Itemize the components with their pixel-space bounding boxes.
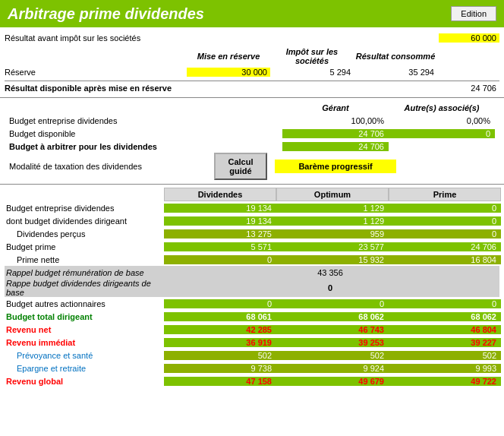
dividendes-percus-prime: 0	[389, 229, 501, 239]
revenu-immediat-opt: 39 253	[276, 338, 389, 347]
budget-dirigeant-opt: 1 129	[276, 216, 389, 226]
calcul-guide-button[interactable]: Calculguidé	[214, 153, 267, 180]
budget-arbitrer-gerant: 24 706	[282, 142, 389, 151]
row-budget-entreprise: Budget entreprise dividendes 19 134 1 12…	[5, 201, 499, 214]
budget-dispo-row: Budget disponible 24 706 0	[9, 127, 495, 140]
col-gerant: Gérant	[282, 103, 389, 112]
dividends-section: Dividendes Optimum Prime Budget entrepri…	[0, 186, 504, 389]
fraction-row: Budget entreprise dividendes 100,00% 0,0…	[9, 114, 495, 127]
fraction-label: Budget entreprise dividendes	[9, 116, 282, 125]
fraction-gerant: 100,00%	[282, 116, 389, 125]
autres-actionnaires-label: Budget autres actionnaires	[5, 299, 164, 308]
revenu-global-prime: 49 722	[389, 377, 501, 386]
row-revenu-net: Revenu net 42 285 46 743 46 804	[5, 323, 499, 336]
budget-dirigeant-label: dont budget dividendes dirigeant	[5, 216, 164, 226]
dividendes-percus-div: 13 275	[164, 229, 276, 239]
row-budget-dirigeant: dont budget dividendes dirigeant 19 134 …	[5, 214, 499, 227]
revenu-global-label: Revenu global	[5, 377, 164, 386]
row-rappe-dividendes: Rappe budget dividendes dirigeants de ba…	[5, 279, 499, 297]
epargne-prime: 9 993	[389, 364, 501, 373]
revenu-immediat-div: 36 919	[164, 338, 276, 347]
bareme-value: Barème progressif	[275, 160, 396, 173]
budget-dispo-gerant: 24 706	[282, 129, 389, 138]
budget-total-prime: 68 062	[389, 312, 501, 321]
row-prevoyance: Prévoyance et santé 502 502 502	[5, 349, 499, 362]
prevoyance-prime: 502	[389, 351, 501, 360]
edition-button[interactable]: Edition	[451, 6, 496, 21]
resultat-value: 60 000	[439, 33, 499, 43]
col-mise-en-reserve: Mise en réserve	[187, 52, 270, 61]
budget-total-opt: 68 062	[276, 312, 389, 321]
revenu-net-opt: 46 743	[276, 325, 389, 334]
row-dividendes-percus: Dividendes perçus 13 275 959 0	[5, 227, 499, 240]
rappel-remuneration-label: Rappel budget rémunération de base	[5, 268, 164, 277]
budget-dirigeant-div: 19 134	[164, 216, 276, 226]
row-budget-total: Budget total dirigeant 68 061 68 062 68 …	[5, 310, 499, 323]
prime-nette-div: 0	[164, 255, 276, 264]
row-prime-nette: Prime nette 0 15 932 16 804	[5, 253, 499, 266]
row-revenu-global: Revenu global 47 158 49 679 49 722	[5, 374, 499, 387]
rappel-remuneration-opt: 43 356	[276, 268, 389, 277]
prime-nette-opt: 15 932	[276, 255, 389, 264]
col-impot: Impôt sur les sociétés	[270, 47, 354, 65]
reserve-row: Réserve 30 000 5 294 35 294	[5, 65, 499, 79]
budget-dispo-associes: 0	[389, 129, 495, 138]
resultat-row: Résultat avant impôt sur les sociétés 60…	[5, 30, 499, 46]
prime-nette-prime: 16 804	[389, 255, 501, 264]
row-budget-prime: Budget prime 5 571 23 577 24 706	[5, 240, 499, 253]
reserve-label: Réserve	[5, 68, 187, 77]
budget-prime-label: Budget prime	[5, 242, 164, 251]
col-dividendes: Dividendes	[164, 188, 276, 201]
col-resultat-consomme: Résultat consommé	[354, 52, 437, 61]
dividendes-percus-label: Dividendes perçus	[5, 229, 164, 239]
rappe-dividendes-label: Rappe budget dividendes dirigeants de ba…	[5, 279, 164, 297]
gerant-col-headers: Gérant Autre(s) associé(s)	[9, 102, 495, 114]
budget-dispo-label: Budget disponible	[9, 129, 282, 138]
revenu-global-div: 47 158	[164, 377, 276, 386]
epargne-div: 9 738	[164, 364, 276, 373]
budget-total-div: 68 061	[164, 312, 276, 321]
revenu-net-div: 42 285	[164, 325, 276, 334]
impot-value: 5 294	[270, 68, 354, 77]
row-epargne: Epargne et retraite 9 738 9 924 9 993	[5, 362, 499, 374]
resultat-label: Résultat avant impôt sur les sociétés	[5, 33, 439, 43]
row-rappel-remuneration: Rappel budget rémunération de base 43 35…	[5, 266, 499, 279]
page-title: Arbitrage prime dividendes	[8, 5, 204, 23]
epargne-opt: 9 924	[276, 364, 389, 373]
dispo-label: Résultat disponible après mise en réserv…	[5, 84, 439, 93]
budget-entreprise-opt: 1 129	[276, 204, 389, 213]
autres-actionnaires-div: 0	[164, 299, 276, 308]
dividendes-percus-opt: 959	[276, 229, 389, 239]
section-resultat: Résultat avant impôt sur les sociétés 60…	[0, 27, 504, 96]
autres-actionnaires-opt: 0	[276, 299, 389, 308]
modalite-label: Modalité de taxation des dividendes	[9, 162, 214, 171]
prevoyance-div: 502	[164, 351, 276, 360]
col-prime: Prime	[389, 188, 501, 201]
section-gerant: Gérant Autre(s) associé(s) Budget entrep…	[0, 100, 504, 182]
budget-entreprise-div: 19 134	[164, 204, 276, 213]
row-autres-actionnaires: Budget autres actionnaires 0 0 0	[5, 297, 499, 310]
row-revenu-immediat: Revenu immédiat 36 919 39 253 39 227	[5, 336, 499, 349]
budget-total-label: Budget total dirigeant	[5, 312, 164, 321]
budget-dirigeant-prime: 0	[389, 216, 501, 226]
modalite-row: Modalité de taxation des dividendes Calc…	[9, 153, 495, 180]
budget-arbitrer-row: Budget à arbitrer pour les dividendes 24…	[9, 140, 495, 153]
col-associes: Autre(s) associé(s)	[389, 103, 495, 112]
revenu-net-prime: 46 804	[389, 325, 501, 334]
dispo-row: Résultat disponible après mise en réserv…	[5, 81, 499, 94]
autres-actionnaires-prime: 0	[389, 299, 501, 308]
rappe-dividendes-opt: 0	[276, 283, 389, 292]
budget-entreprise-label: Budget entreprise dividendes	[5, 204, 164, 213]
reserve-value: 30 000	[187, 68, 270, 77]
prevoyance-label: Prévoyance et santé	[5, 351, 164, 360]
header: Arbitrage prime dividendes Edition	[0, 0, 504, 27]
prevoyance-opt: 502	[276, 351, 389, 360]
revenu-immediat-label: Revenu immédiat	[5, 338, 164, 347]
budget-prime-prime: 24 706	[389, 242, 501, 251]
fraction-associes: 0,00%	[389, 116, 495, 125]
revenu-immediat-prime: 39 227	[389, 338, 501, 347]
budget-arbitrer-label: Budget à arbitrer pour les dividendes	[9, 142, 282, 151]
prime-nette-label: Prime nette	[5, 255, 164, 264]
dispo-value: 24 706	[439, 84, 499, 93]
col-optimum: Optimum	[276, 188, 389, 201]
